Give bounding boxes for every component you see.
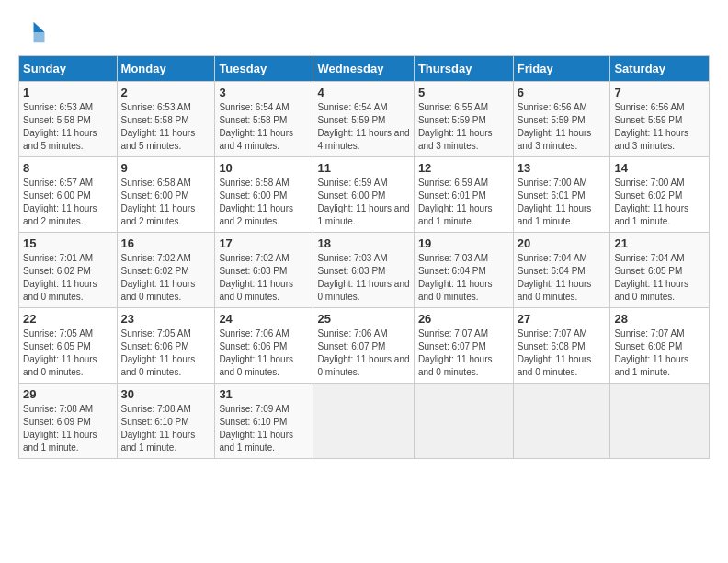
day-info: Sunrise: 7:07 AM Sunset: 6:08 PM Dayligh…: [614, 327, 705, 379]
day-number: 25: [317, 312, 409, 326]
day-info: Sunrise: 6:55 AM Sunset: 5:59 PM Dayligh…: [418, 101, 509, 153]
day-info: Sunrise: 7:09 AM Sunset: 6:10 PM Dayligh…: [219, 403, 309, 454]
calendar-cell: [610, 384, 710, 459]
day-info: Sunrise: 7:01 AM Sunset: 6:02 PM Dayligh…: [23, 252, 113, 304]
calendar-cell: 8 Sunrise: 6:57 AM Sunset: 6:00 PM Dayli…: [19, 157, 118, 233]
calendar-cell: 11 Sunrise: 6:59 AM Sunset: 6:00 PM Dayl…: [313, 157, 414, 233]
calendar-cell: 9 Sunrise: 6:58 AM Sunset: 6:00 PM Dayli…: [117, 157, 215, 233]
day-info: Sunrise: 7:02 AM Sunset: 6:03 PM Dayligh…: [219, 252, 309, 304]
day-info: Sunrise: 6:58 AM Sunset: 6:00 PM Dayligh…: [121, 177, 211, 228]
calendar-cell: 6 Sunrise: 6:56 AM Sunset: 5:59 PM Dayli…: [513, 82, 610, 157]
calendar-cell: 18 Sunrise: 7:03 AM Sunset: 6:03 PM Dayl…: [313, 233, 414, 308]
column-header-thursday: Thursday: [414, 56, 513, 82]
column-header-sunday: Sunday: [19, 56, 118, 82]
calendar-cell: 15 Sunrise: 7:01 AM Sunset: 6:02 PM Dayl…: [19, 233, 118, 308]
day-number: 16: [121, 236, 211, 250]
day-number: 15: [23, 236, 113, 250]
day-number: 19: [418, 236, 509, 250]
calendar-cell: 30 Sunrise: 7:08 AM Sunset: 6:10 PM Dayl…: [117, 384, 215, 459]
calendar-cell: 24 Sunrise: 7:06 AM Sunset: 6:06 PM Dayl…: [215, 308, 313, 384]
day-info: Sunrise: 7:02 AM Sunset: 6:02 PM Dayligh…: [121, 252, 211, 304]
calendar-cell: [313, 384, 414, 459]
calendar-week-row: 29 Sunrise: 7:08 AM Sunset: 6:09 PM Dayl…: [19, 384, 710, 459]
calendar-cell: 31 Sunrise: 7:09 AM Sunset: 6:10 PM Dayl…: [215, 384, 313, 459]
calendar-cell: 12 Sunrise: 6:59 AM Sunset: 6:01 PM Dayl…: [414, 157, 513, 233]
day-info: Sunrise: 7:07 AM Sunset: 6:08 PM Dayligh…: [518, 327, 607, 379]
calendar-cell: 25 Sunrise: 7:06 AM Sunset: 6:07 PM Dayl…: [313, 308, 414, 384]
calendar-cell: 28 Sunrise: 7:07 AM Sunset: 6:08 PM Dayl…: [610, 308, 710, 384]
calendar-cell: 5 Sunrise: 6:55 AM Sunset: 5:59 PM Dayli…: [414, 82, 513, 157]
day-info: Sunrise: 7:08 AM Sunset: 6:09 PM Dayligh…: [23, 403, 113, 454]
day-number: 7: [614, 86, 705, 99]
day-info: Sunrise: 7:05 AM Sunset: 6:06 PM Dayligh…: [121, 327, 211, 379]
day-info: Sunrise: 7:04 AM Sunset: 6:04 PM Dayligh…: [518, 252, 607, 304]
day-info: Sunrise: 6:59 AM Sunset: 6:01 PM Dayligh…: [418, 177, 509, 228]
calendar-header-row: SundayMondayTuesdayWednesdayThursdayFrid…: [19, 56, 710, 82]
day-info: Sunrise: 7:00 AM Sunset: 6:01 PM Dayligh…: [518, 177, 607, 228]
day-number: 13: [518, 161, 607, 175]
column-header-saturday: Saturday: [610, 56, 710, 82]
calendar-week-row: 15 Sunrise: 7:01 AM Sunset: 6:02 PM Dayl…: [19, 233, 710, 308]
calendar-cell: 4 Sunrise: 6:54 AM Sunset: 5:59 PM Dayli…: [313, 82, 414, 157]
day-number: 12: [418, 161, 509, 175]
calendar-week-row: 8 Sunrise: 6:57 AM Sunset: 6:00 PM Dayli…: [19, 157, 710, 233]
logo: [18, 18, 50, 46]
day-info: Sunrise: 7:05 AM Sunset: 6:05 PM Dayligh…: [23, 327, 113, 379]
day-number: 30: [121, 387, 211, 401]
day-number: 9: [121, 161, 211, 175]
calendar-cell: 3 Sunrise: 6:54 AM Sunset: 5:58 PM Dayli…: [215, 82, 313, 157]
day-number: 17: [219, 236, 309, 250]
calendar-cell: 14 Sunrise: 7:00 AM Sunset: 6:02 PM Dayl…: [610, 157, 710, 233]
day-number: 2: [121, 86, 211, 99]
day-info: Sunrise: 6:56 AM Sunset: 5:59 PM Dayligh…: [518, 101, 607, 153]
day-info: Sunrise: 7:06 AM Sunset: 6:07 PM Dayligh…: [317, 327, 409, 379]
calendar-cell: 20 Sunrise: 7:04 AM Sunset: 6:04 PM Dayl…: [513, 233, 610, 308]
day-number: 4: [317, 86, 409, 99]
calendar-cell: 29 Sunrise: 7:08 AM Sunset: 6:09 PM Dayl…: [19, 384, 118, 459]
calendar-cell: 16 Sunrise: 7:02 AM Sunset: 6:02 PM Dayl…: [117, 233, 215, 308]
day-info: Sunrise: 6:58 AM Sunset: 6:00 PM Dayligh…: [219, 177, 309, 228]
calendar-cell: 2 Sunrise: 6:53 AM Sunset: 5:58 PM Dayli…: [117, 82, 215, 157]
day-info: Sunrise: 6:57 AM Sunset: 6:00 PM Dayligh…: [23, 177, 113, 228]
calendar-cell: 1 Sunrise: 6:53 AM Sunset: 5:58 PM Dayli…: [19, 82, 118, 157]
day-number: 18: [317, 236, 409, 250]
calendar-cell: 13 Sunrise: 7:00 AM Sunset: 6:01 PM Dayl…: [513, 157, 610, 233]
day-number: 24: [219, 312, 309, 326]
day-number: 10: [219, 161, 309, 175]
day-info: Sunrise: 6:53 AM Sunset: 5:58 PM Dayligh…: [121, 101, 211, 153]
day-number: 11: [317, 161, 409, 175]
calendar-cell: 7 Sunrise: 6:56 AM Sunset: 5:59 PM Dayli…: [610, 82, 710, 157]
day-number: 3: [219, 86, 309, 99]
day-info: Sunrise: 7:06 AM Sunset: 6:06 PM Dayligh…: [219, 327, 309, 379]
calendar-cell: 17 Sunrise: 7:02 AM Sunset: 6:03 PM Dayl…: [215, 233, 313, 308]
column-header-tuesday: Tuesday: [215, 56, 313, 82]
calendar-table: SundayMondayTuesdayWednesdayThursdayFrid…: [18, 55, 710, 459]
calendar-cell: 26 Sunrise: 7:07 AM Sunset: 6:07 PM Dayl…: [414, 308, 513, 384]
calendar-cell: 19 Sunrise: 7:03 AM Sunset: 6:04 PM Dayl…: [414, 233, 513, 308]
day-info: Sunrise: 7:03 AM Sunset: 6:04 PM Dayligh…: [418, 252, 509, 304]
day-info: Sunrise: 6:54 AM Sunset: 5:59 PM Dayligh…: [317, 101, 409, 153]
day-number: 1: [23, 86, 113, 99]
day-info: Sunrise: 7:00 AM Sunset: 6:02 PM Dayligh…: [614, 177, 705, 228]
calendar-cell: 22 Sunrise: 7:05 AM Sunset: 6:05 PM Dayl…: [19, 308, 118, 384]
day-info: Sunrise: 7:07 AM Sunset: 6:07 PM Dayligh…: [418, 327, 509, 379]
column-header-friday: Friday: [513, 56, 610, 82]
day-number: 21: [614, 236, 705, 250]
day-info: Sunrise: 6:54 AM Sunset: 5:58 PM Dayligh…: [219, 101, 309, 153]
day-number: 14: [614, 161, 705, 175]
calendar-week-row: 22 Sunrise: 7:05 AM Sunset: 6:05 PM Dayl…: [19, 308, 710, 384]
day-number: 31: [219, 387, 309, 401]
svg-marker-2: [34, 32, 45, 42]
day-number: 22: [23, 312, 113, 326]
column-header-wednesday: Wednesday: [313, 56, 414, 82]
logo-icon: [18, 18, 46, 46]
day-info: Sunrise: 7:03 AM Sunset: 6:03 PM Dayligh…: [317, 252, 409, 304]
day-number: 27: [518, 312, 607, 326]
day-number: 5: [418, 86, 509, 99]
day-number: 20: [518, 236, 607, 250]
day-number: 6: [518, 86, 607, 99]
day-info: Sunrise: 7:04 AM Sunset: 6:05 PM Dayligh…: [614, 252, 705, 304]
day-number: 26: [418, 312, 509, 326]
day-info: Sunrise: 7:08 AM Sunset: 6:10 PM Dayligh…: [121, 403, 211, 454]
calendar-cell: 27 Sunrise: 7:07 AM Sunset: 6:08 PM Dayl…: [513, 308, 610, 384]
